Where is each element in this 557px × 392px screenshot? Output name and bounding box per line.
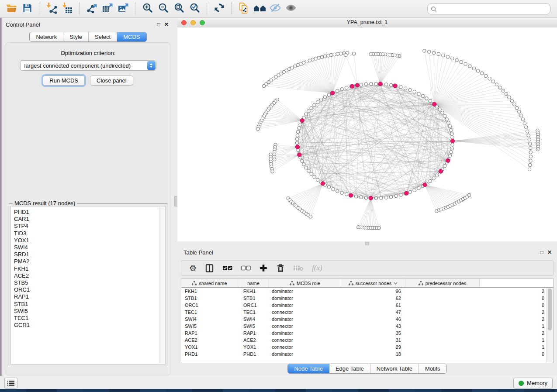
export-table-button[interactable] xyxy=(100,2,115,16)
tab-edge-table[interactable]: Edge Table xyxy=(329,364,370,373)
delete-table-button[interactable] xyxy=(293,264,304,272)
tab-network[interactable]: Network xyxy=(30,32,63,41)
memory-button[interactable]: Memory xyxy=(513,378,553,389)
first-neighbors-button[interactable] xyxy=(252,2,267,16)
select-all-button[interactable] xyxy=(222,264,232,272)
network-from-selection-button[interactable] xyxy=(236,2,252,16)
cell-name: FKH1 xyxy=(238,289,269,294)
show-column-button[interactable] xyxy=(205,264,214,273)
cell-predecessor-nodes: 2 xyxy=(405,309,547,315)
table-row-fkh1[interactable]: FKH1FKH1dominator962 xyxy=(181,288,547,295)
function-builder-button[interactable]: f(x) xyxy=(312,264,322,272)
result-node-phd1[interactable]: PHD1 xyxy=(11,209,165,216)
table-row-swi4[interactable]: SWI4SWI4dominator462 xyxy=(181,316,547,323)
table-settings-button[interactable]: ⚙ xyxy=(189,264,197,272)
float-panel-icon[interactable]: □ xyxy=(538,249,546,255)
tab-motifs[interactable]: Motifs xyxy=(419,364,446,373)
float-panel-icon[interactable]: □ xyxy=(155,21,163,28)
column-header-shared-name[interactable]: shared name xyxy=(181,279,238,287)
table-row-rap1[interactable]: RAP1RAP1dominator352 xyxy=(181,330,547,337)
deselect-all-button[interactable] xyxy=(241,264,251,272)
table-row-tec1[interactable]: TEC1TEC1connector472 xyxy=(181,309,547,316)
result-node-rap1[interactable]: RAP1 xyxy=(11,293,165,300)
result-node-tid3[interactable]: TID3 xyxy=(11,230,165,237)
close-window-icon[interactable] xyxy=(181,20,187,25)
tab-mcds[interactable]: MCDS xyxy=(117,32,146,41)
result-node-fkh1[interactable]: FKH1 xyxy=(11,265,165,272)
cell-name: PHD1 xyxy=(238,351,269,357)
column-header-predecessor-nodes[interactable]: predecessor nodes xyxy=(405,279,480,287)
column-header-successor-nodes[interactable]: successor nodes xyxy=(341,279,405,287)
result-node-yox1[interactable]: YOX1 xyxy=(11,237,165,244)
result-node-swi4[interactable]: SWI4 xyxy=(11,244,165,251)
import-table-button[interactable] xyxy=(59,2,75,16)
table-row-orc1[interactable]: ORC1ORC1dominator610 xyxy=(181,302,547,309)
zoom-fit-button[interactable] xyxy=(171,2,187,16)
cell-predecessor-nodes: 2 xyxy=(405,316,547,322)
gear-icon: ⚙ xyxy=(189,264,197,272)
result-node-swi5[interactable]: SWI5 xyxy=(11,308,165,315)
table-scrollbar[interactable] xyxy=(547,288,553,362)
hide-selected-button[interactable] xyxy=(267,2,283,16)
show-all-button[interactable] xyxy=(283,2,299,16)
cell-name: TEC1 xyxy=(238,309,269,315)
result-node-ace2[interactable]: ACE2 xyxy=(11,272,165,279)
result-node-car1[interactable]: CAR1 xyxy=(11,216,165,223)
close-panel-icon[interactable]: ✕ xyxy=(546,249,554,255)
tab-node-table[interactable]: Node Table xyxy=(288,364,329,373)
close-panel-button[interactable]: Close panel xyxy=(90,76,133,86)
export-network-button[interactable] xyxy=(84,2,100,16)
import-network-button[interactable] xyxy=(44,2,59,16)
maximize-window-icon[interactable] xyxy=(200,20,205,25)
search-field[interactable] xyxy=(427,3,550,14)
create-column-button[interactable] xyxy=(259,264,268,272)
zoom-in-button[interactable] xyxy=(140,2,156,16)
task-history-button[interactable] xyxy=(4,378,17,389)
import-network-icon xyxy=(46,2,58,16)
copy-network-icon xyxy=(238,2,250,16)
tab-network-table[interactable]: Network Table xyxy=(370,364,419,373)
table-row-ace2[interactable]: ACE2ACE2connector311 xyxy=(181,337,547,344)
minimize-window-icon[interactable] xyxy=(190,20,196,25)
run-mcds-button[interactable]: Run MCDS xyxy=(43,76,85,86)
search-input[interactable] xyxy=(437,4,550,14)
result-node-stb5[interactable]: STB5 xyxy=(11,279,165,286)
export-image-button[interactable] xyxy=(115,2,131,16)
status-bar: Memory xyxy=(0,376,557,389)
export-image-icon xyxy=(118,2,129,16)
result-list-scrollbar[interactable] xyxy=(159,207,165,364)
cell-predecessor-nodes: 1 xyxy=(405,323,547,329)
apply-layout-button[interactable] xyxy=(211,2,227,16)
zoom-selected-button[interactable] xyxy=(187,2,203,16)
delete-column-button[interactable] xyxy=(276,263,285,273)
column-header-name[interactable]: name xyxy=(238,279,269,287)
result-node-pma2[interactable]: PMA2 xyxy=(11,258,165,265)
result-node-tec1[interactable]: TEC1 xyxy=(11,315,165,322)
close-panel-icon[interactable]: ✕ xyxy=(163,21,170,28)
horizontal-splitter[interactable] xyxy=(177,241,557,245)
open-file-button[interactable] xyxy=(3,2,19,16)
column-header-mcds-role[interactable]: MCDS role xyxy=(269,279,341,287)
result-node-orc1[interactable]: ORC1 xyxy=(11,286,165,293)
attribute-type-icon xyxy=(290,281,294,285)
splitter-grip[interactable] xyxy=(174,196,177,206)
table-row-swi5[interactable]: SWI5SWI5connector431 xyxy=(181,323,547,330)
scrollbar-thumb[interactable] xyxy=(548,289,552,330)
save-session-button[interactable] xyxy=(19,2,35,16)
network-canvas[interactable] xyxy=(177,28,557,241)
tab-style[interactable]: Style xyxy=(63,32,89,41)
criterion-dropdown[interactable]: largest connected component (undirected) xyxy=(20,60,156,71)
result-node-stb1[interactable]: STB1 xyxy=(11,301,165,308)
table-row-yox1[interactable]: YOX1YOX1connector291 xyxy=(181,344,547,351)
mcds-result-list[interactable]: PHD1CAR1STP4TID3YOX1SWI4SRD1PMA2FKH1ACE2… xyxy=(10,206,166,364)
zoom-out-button[interactable] xyxy=(156,2,171,16)
table-row-phd1[interactable]: PHD1PHD1dominator180 xyxy=(181,351,547,358)
tab-select[interactable]: Select xyxy=(89,32,117,41)
table-row-stb1[interactable]: STB1STB1dominator620 xyxy=(181,295,547,302)
result-node-srd1[interactable]: SRD1 xyxy=(11,251,165,258)
result-node-gcr1[interactable]: GCR1 xyxy=(11,322,165,329)
toolbar-separator xyxy=(231,3,232,15)
network-window-titlebar[interactable]: YPA_prune.txt_1 xyxy=(177,18,557,28)
cell-name: RAP1 xyxy=(238,330,269,336)
result-node-stp4[interactable]: STP4 xyxy=(11,223,165,230)
